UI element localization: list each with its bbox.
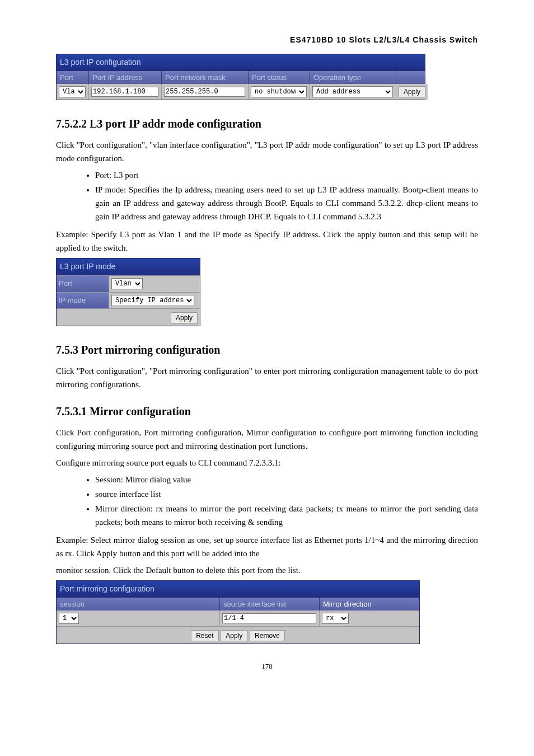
para: Click Port configuration, Port mirroring… [56, 426, 478, 453]
apply-button[interactable]: Apply [171, 312, 198, 323]
para: Click "Port configuration", "vlan interf… [56, 138, 478, 165]
port-mirroring-config-panel: Port mirroring configuration session sou… [56, 580, 420, 644]
section-7531-heading: 7.5.3.1 Mirror configuration [56, 402, 478, 420]
col-header-ip: Port IP address [89, 71, 162, 84]
panel-title: Port mirroring configuration [57, 581, 419, 597]
apply-button[interactable]: Apply [221, 630, 247, 641]
col-header-status: Port status [249, 71, 310, 84]
col-header-blank [396, 71, 425, 84]
para: Example: Select mirror dialog session as… [56, 533, 478, 560]
bullet: source interface list [95, 487, 478, 501]
col-header-op: Operation type [310, 71, 396, 84]
col-header-mask: Port network mask [162, 71, 249, 84]
para: Configure mirroring source port equals t… [56, 456, 478, 469]
session-select[interactable]: 1 [59, 613, 79, 624]
panel-title: L3 port IP configuration [57, 54, 425, 71]
page-number: 178 [56, 661, 478, 673]
col-header-port: Port [57, 71, 89, 84]
network-mask-input[interactable] [164, 87, 245, 97]
bullet: Port: L3 port [95, 168, 478, 182]
port-select[interactable]: Vlan1 [111, 278, 143, 289]
para: Click "Port configuration", "Port mirror… [56, 364, 478, 391]
operation-type-select[interactable]: Add address [312, 86, 393, 97]
para: Example: Specify L3 port as Vlan 1 and t… [56, 228, 478, 255]
col-header-source: source interface list [220, 598, 320, 611]
port-status-select[interactable]: no shutdown [251, 86, 307, 97]
ip-mode-label: IP mode [57, 292, 109, 309]
panel-title: L3 port IP mode [57, 259, 200, 275]
port-select[interactable]: Vlan1 [59, 86, 86, 97]
ip-address-input[interactable] [91, 87, 158, 97]
page-header: ES4710BD 10 Slots L2/L3/L4 Chassis Switc… [56, 34, 478, 46]
bullet: Session: Mirror dialog value [95, 473, 478, 486]
section-7522-heading: 7.5.2.2 L3 port IP addr mode configurati… [56, 115, 478, 133]
l3-port-ip-mode-panel: L3 port IP mode Port Vlan1 IP mode Speci… [56, 258, 200, 326]
ip-mode-select[interactable]: Specify IP address [111, 295, 194, 306]
mirror-direction-select[interactable]: rx [322, 613, 349, 624]
section-753-heading: 7.5.3 Port mirroring configuration [56, 341, 478, 359]
para: monitor session. Click the Default butto… [56, 564, 478, 577]
col-header-session: session [57, 598, 220, 611]
remove-button[interactable]: Remove [250, 630, 285, 641]
apply-button[interactable]: Apply [399, 86, 425, 97]
l3-port-ip-config-panel: L3 port IP configuration Port Port IP ad… [56, 54, 425, 100]
source-interface-input[interactable] [222, 613, 316, 623]
bullet: Mirror direction: rx means to mirror the… [95, 502, 478, 529]
bullet: IP mode: Specifies the Ip address, meani… [95, 183, 478, 223]
reset-button[interactable]: Reset [191, 630, 218, 641]
port-label: Port [57, 275, 109, 292]
col-header-dir: Mirror direction [320, 598, 419, 611]
